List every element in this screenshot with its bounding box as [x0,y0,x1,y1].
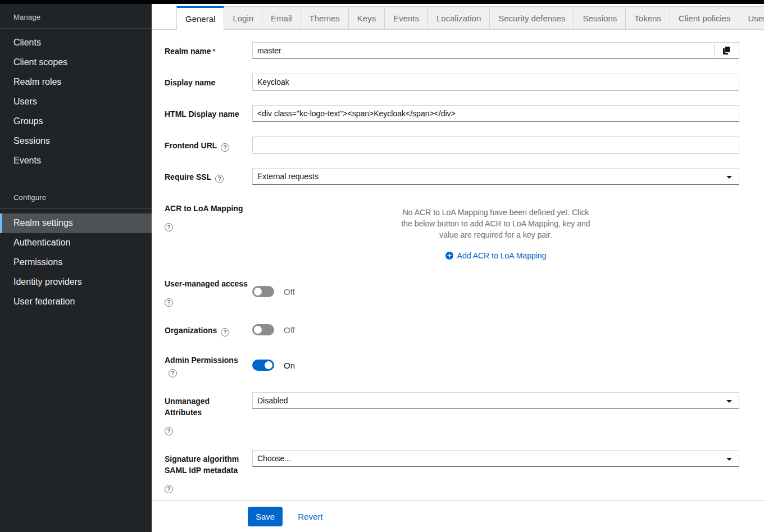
revert-button[interactable]: Revert [298,512,322,521]
help-icon[interactable] [221,143,229,152]
add-acr-mapping-label: Add ACR to LoA Mapping [457,251,547,260]
admin-permissions-toggle[interactable] [252,360,274,371]
copy-button[interactable] [714,42,739,59]
unmanaged-attributes-value: Disabled [257,396,288,405]
save-button[interactable]: Save [248,507,283,526]
signature-algorithm-label: Signature algorithm SAML IdP metadata [165,454,239,475]
tab-email[interactable]: Email [262,6,301,30]
unmanaged-attributes-label-col: Unmanaged Attributes [165,392,252,435]
display-name-input[interactable] [252,74,739,90]
frontend-url-input[interactable] [252,137,739,153]
user-managed-access-toggle[interactable] [252,286,274,297]
tab-security-defenses[interactable]: Security defenses [490,6,574,30]
tab-sessions[interactable]: Sessions [574,6,626,30]
nav-items-manage: Clients Client scopes Realm roles Users … [0,29,152,171]
form-row-realm-name: Realm name* [165,42,739,59]
required-asterisk: * [212,47,215,56]
sidebar-nav: Manage Clients Client scopes Realm roles… [0,4,152,532]
require-ssl-value: External requests [257,172,319,181]
frontend-url-label: Frontend URL [165,141,217,150]
signature-algorithm-select[interactable]: Choose... [252,450,739,467]
form-row-html-display-name: HTML Display name [165,105,739,122]
unmanaged-attributes-label: Unmanaged Attributes [165,397,210,417]
masthead-bar [0,0,764,4]
nav-section-manage: Manage Clients Client scopes Realm roles… [0,4,152,171]
add-acr-mapping-button[interactable]: Add ACR to LoA Mapping [252,251,739,260]
toggle-knob [254,288,262,295]
general-settings-form: Realm name* Display name HTML Display na… [152,30,764,500]
sidebar-item-identity-providers[interactable]: Identity providers [0,272,152,292]
help-icon[interactable] [215,175,224,183]
tab-themes[interactable]: Themes [301,6,349,30]
display-name-label: Display name [165,74,252,90]
sidebar-item-events[interactable]: Events [0,151,152,171]
admin-permissions-state: On [284,361,295,370]
tab-keys[interactable]: Keys [349,6,385,30]
acr-mapping-empty-text: No ACR to LoA Mapping have been defined … [399,207,593,240]
nav-items-configure: Realm settings Authentication Permission… [0,209,152,312]
form-row-acr-mapping: ACR to LoA Mapping No ACR to LoA Mapping… [165,199,739,260]
nav-section-title-manage: Manage [0,5,152,28]
tab-user-profile[interactable]: User profile [739,6,764,30]
html-display-name-input[interactable] [252,105,739,122]
form-row-require-ssl: Require SSL External requests [165,168,739,185]
tab-spacer [152,6,176,30]
unmanaged-attributes-select[interactable]: Disabled [252,392,739,409]
realm-name-label: Realm name [165,47,211,56]
help-icon[interactable] [165,427,173,435]
realm-name-label-col: Realm name* [165,42,252,59]
acr-mapping-label: ACR to LoA Mapping [165,204,243,213]
help-icon[interactable] [165,485,173,493]
tab-login[interactable]: Login [224,6,262,30]
form-row-organizations: Organizations Off [165,321,739,337]
form-row-unmanaged-attributes: Unmanaged Attributes Disabled [165,392,739,435]
sidebar-item-permissions[interactable]: Permissions [0,253,152,272]
admin-permissions-label: Admin Permissions [165,356,238,365]
copy-icon [722,46,731,55]
signature-algorithm-value: Choose... [257,454,291,463]
sidebar-item-users[interactable]: Users [0,92,152,112]
tab-events[interactable]: Events [385,6,428,30]
help-icon[interactable] [165,223,173,231]
realm-name-input[interactable] [252,42,714,59]
organizations-state: Off [284,325,295,335]
user-managed-access-label-col: User-managed access [165,275,252,307]
form-action-bar: Save Revert [152,500,764,532]
acr-mapping-label-col: ACR to LoA Mapping [165,199,252,260]
tab-localization[interactable]: Localization [428,6,490,30]
sidebar-item-client-scopes[interactable]: Client scopes [0,53,152,72]
tab-tokens[interactable]: Tokens [626,6,670,30]
organizations-label: Organizations [165,326,217,335]
nav-section-configure: Configure Realm settings Authentication … [0,184,152,312]
signature-algorithm-label-col: Signature algorithm SAML IdP metadata [165,450,252,493]
sidebar-item-realm-roles[interactable]: Realm roles [0,72,152,92]
acr-mapping-empty-state: No ACR to LoA Mapping have been defined … [252,199,739,260]
tab-general[interactable]: General [176,6,224,30]
toggle-knob [254,326,262,334]
organizations-toggle[interactable] [252,324,274,335]
organizations-label-col: Organizations [165,321,252,337]
require-ssl-label-col: Require SSL [165,168,252,185]
form-row-admin-permissions: Admin Permissions On [165,351,739,378]
toggle-knob [265,361,272,369]
help-icon[interactable] [169,369,177,378]
require-ssl-select[interactable]: External requests [252,168,739,185]
sidebar-item-sessions[interactable]: Sessions [0,131,152,151]
help-icon[interactable] [221,328,229,337]
user-managed-access-state: Off [284,287,295,297]
realm-settings-tabs: General Login Email Themes Keys Events L… [152,6,764,30]
frontend-url-label-col: Frontend URL [165,137,252,153]
user-managed-access-label: User-managed access [165,279,248,288]
main-panel: General Login Email Themes Keys Events L… [152,4,764,532]
tab-client-policies[interactable]: Client policies [670,6,740,30]
sidebar-item-authentication[interactable]: Authentication [0,233,152,253]
help-icon[interactable] [165,298,173,307]
form-row-frontend-url: Frontend URL [165,137,739,153]
sidebar-item-realm-settings[interactable]: Realm settings [0,213,152,233]
sidebar-item-clients[interactable]: Clients [0,33,152,53]
html-display-name-label: HTML Display name [165,105,252,122]
form-row-display-name: Display name [165,74,739,90]
sidebar-item-user-federation[interactable]: User federation [0,292,152,312]
sidebar-item-groups[interactable]: Groups [0,112,152,131]
plus-circle-icon [445,252,453,260]
